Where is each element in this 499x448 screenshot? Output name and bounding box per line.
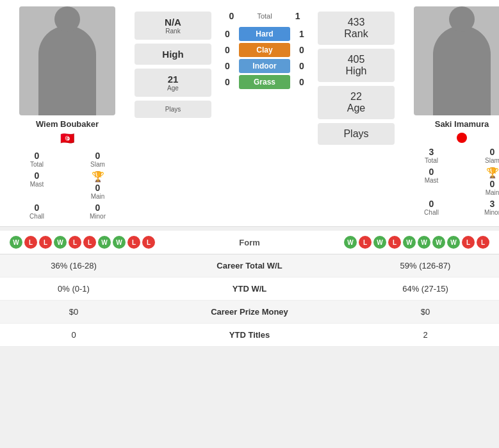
- left-player-card: Wiem Boubaker 🇹🇳 0 Total 0 Slam 0 Mast 🏆: [3, 6, 131, 220]
- right-chall-stat: 0 Chall: [404, 199, 459, 216]
- form-label: Form: [239, 238, 260, 247]
- form-badge-l: L: [477, 236, 489, 249]
- form-badge-w: W: [344, 236, 357, 249]
- career-stat-left: 0% (0-1): [10, 284, 138, 294]
- form-badge-w: W: [403, 236, 416, 249]
- form-badge-l: L: [462, 236, 475, 249]
- surface-row-grass: 0 Grass 0: [221, 75, 308, 89]
- left-total-stat: 0 Total: [10, 151, 64, 168]
- left-trophy-icon: 🏆: [92, 170, 104, 183]
- form-badge-l: L: [388, 236, 401, 249]
- form-badge-l: L: [127, 236, 140, 249]
- surface-badge-hard: Hard: [239, 27, 290, 41]
- left-slam-stat: 0 Slam: [70, 151, 125, 168]
- left-age-block: 21 Age: [135, 69, 211, 97]
- career-stat-label: Career Prize Money: [138, 307, 361, 317]
- stats-table: 36% (16-28) Career Total W/L 59% (126-87…: [0, 254, 499, 347]
- career-stat-right: $0: [361, 307, 489, 317]
- right-main-stat: 🏆 0 Main: [465, 167, 499, 196]
- surface-right-score: 1: [295, 29, 308, 39]
- right-rank-block: 433 Rank: [318, 12, 395, 45]
- form-badge-w: W: [447, 236, 460, 249]
- surface-row-clay: 0 Clay 0: [221, 43, 308, 57]
- left-player-flag: 🇹🇳: [60, 131, 74, 145]
- left-mast-stat: 0 Mast: [10, 170, 64, 200]
- form-badge-l: L: [83, 236, 96, 249]
- surface-row-hard: 0 Hard 1: [221, 27, 308, 41]
- left-middle-panel: N/A Rank High 21 Age Plays: [131, 6, 215, 220]
- total-label: Total: [257, 12, 272, 20]
- right-form-badges: WLWLWWWWLL: [344, 236, 489, 249]
- right-player-photo: [414, 6, 499, 115]
- right-slam-stat: 0 Slam: [465, 147, 499, 164]
- surface-left-score: 0: [221, 77, 234, 87]
- surface-badge-grass: Grass: [239, 75, 290, 89]
- career-stat-row: 36% (16-28) Career Total W/L 59% (126-87…: [0, 254, 499, 278]
- right-player-stats: 3 Total 0 Slam 0 Mast 🏆 0 Main 0: [398, 147, 499, 216]
- form-badge-w: W: [432, 236, 445, 249]
- career-stat-left: 0: [10, 330, 138, 340]
- career-stat-label: Career Total W/L: [138, 261, 361, 270]
- right-player-flag: [457, 133, 467, 143]
- left-player-photo: [19, 6, 115, 115]
- right-middle-panel: 433 Rank 405 High 22 Age Plays: [315, 6, 398, 220]
- left-player-name: Wiem Boubaker: [36, 119, 99, 129]
- total-left-score: 0: [225, 11, 238, 21]
- form-badge-l: L: [39, 236, 52, 249]
- left-player-silhouette: [38, 26, 96, 115]
- left-form-badges: WLLWLLWWLL: [10, 236, 155, 249]
- stats-rows: 36% (16-28) Career Total W/L 59% (126-87…: [0, 254, 499, 347]
- player-section: Wiem Boubaker 🇹🇳 0 Total 0 Slam 0 Mast 🏆: [0, 0, 499, 227]
- form-badge-l: L: [69, 236, 81, 249]
- total-right-score: 1: [291, 11, 304, 21]
- right-mast-stat: 0 Mast: [404, 167, 459, 196]
- right-player-name: Saki Imamura: [435, 119, 489, 129]
- career-stat-row: 0 YTD Titles 2: [0, 324, 499, 347]
- form-badge-l: L: [359, 236, 372, 249]
- left-chall-stat: 0 Chall: [10, 203, 64, 220]
- surface-badge-clay: Clay: [239, 43, 290, 57]
- form-badge-w: W: [98, 236, 111, 249]
- right-player-silhouette: [433, 26, 491, 115]
- right-plays-block: Plays: [318, 123, 395, 145]
- surfaces-container: 0 Total 1 0 Hard 1 0 Clay 0 0 Indoor 0 0…: [221, 10, 308, 91]
- surface-right-score: 0: [295, 77, 308, 87]
- form-badge-w: W: [10, 236, 22, 249]
- right-total-stat: 3 Total: [404, 147, 459, 164]
- career-stat-left: 36% (16-28): [10, 261, 138, 270]
- form-badge-w: W: [418, 236, 430, 249]
- career-stat-left: $0: [10, 307, 138, 317]
- form-badge-w: W: [54, 236, 67, 249]
- career-stat-label: YTD Titles: [138, 330, 361, 340]
- form-badge-l: L: [142, 236, 155, 249]
- left-minor-stat: 0 Minor: [70, 203, 125, 220]
- right-trophy-icon: 🏆: [486, 167, 499, 179]
- left-high-block: High: [135, 44, 211, 65]
- surface-badge-indoor: Indoor: [239, 59, 290, 73]
- career-stat-row: $0 Career Prize Money $0: [0, 301, 499, 324]
- career-stat-right: 64% (27-15): [361, 284, 489, 294]
- left-player-stats: 0 Total 0 Slam 0 Mast 🏆 0 Main 0: [3, 151, 131, 220]
- form-badge-w: W: [373, 236, 386, 249]
- career-stat-row: 0% (0-1) YTD W/L 64% (27-15): [0, 278, 499, 301]
- left-rank-block: N/A Rank: [135, 12, 211, 40]
- surface-left-score: 0: [221, 61, 234, 71]
- career-stat-label: YTD W/L: [138, 284, 361, 294]
- surface-right-score: 0: [295, 45, 308, 55]
- center-area: 0 Total 1 0 Hard 1 0 Clay 0 0 Indoor 0 0…: [215, 6, 315, 220]
- left-main-stat: 🏆 0 Main: [70, 170, 125, 200]
- right-player-card: Saki Imamura 3 Total 0 Slam 0 Mast 🏆 0: [398, 6, 499, 220]
- career-stat-right: 2: [361, 330, 489, 340]
- form-badge-w: W: [113, 236, 126, 249]
- total-row: 0 Total 1: [225, 10, 304, 25]
- surface-left-score: 0: [221, 45, 234, 55]
- right-minor-stat: 3 Minor: [465, 199, 499, 216]
- form-section: WLLWLLWWLL Form WLWLWWWWLL: [0, 231, 499, 254]
- surface-rows: 0 Hard 1 0 Clay 0 0 Indoor 0 0 Grass 0: [221, 25, 308, 91]
- right-age-block: 22 Age: [318, 86, 395, 119]
- form-badge-l: L: [24, 236, 37, 249]
- surface-row-indoor: 0 Indoor 0: [221, 59, 308, 73]
- career-stat-right: 59% (126-87): [361, 261, 489, 270]
- right-high-block: 405 High: [318, 49, 395, 82]
- surface-left-score: 0: [221, 29, 234, 39]
